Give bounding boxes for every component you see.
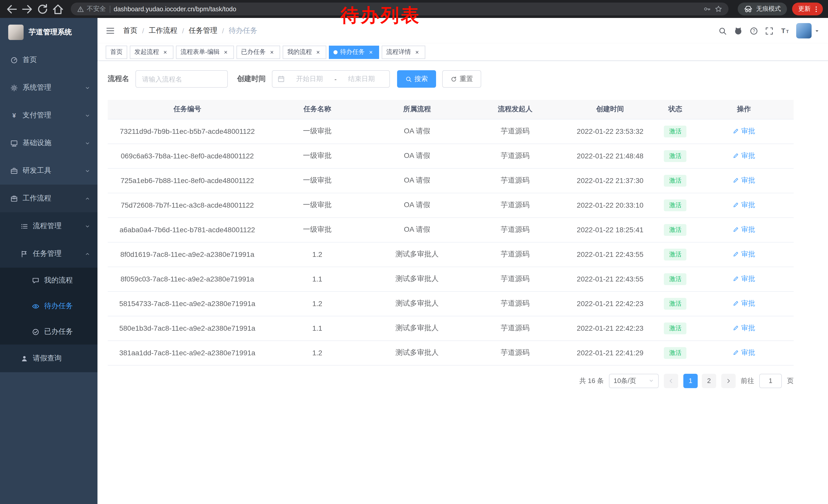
- breadcrumb-workflow[interactable]: 工作流程: [149, 26, 177, 35]
- chrome-update-button[interactable]: 更新: [792, 3, 823, 15]
- breadcrumb-current: 待办任务: [229, 26, 257, 35]
- chevron-down-icon: [85, 168, 90, 174]
- pen-icon: [733, 325, 739, 331]
- tab-6[interactable]: 流程详情×: [382, 45, 425, 59]
- hamburger-icon[interactable]: [106, 26, 115, 35]
- status-cell: 激活: [656, 316, 694, 340]
- dots-vertical-icon[interactable]: [813, 5, 820, 12]
- sidebar-item-devtools[interactable]: 研发工具: [0, 157, 97, 185]
- process-cell: 测试多审批人: [368, 242, 466, 267]
- sidebar-item-workflow[interactable]: 工作流程: [0, 185, 97, 212]
- home-icon[interactable]: [51, 2, 65, 16]
- status-cell: 激活: [656, 144, 694, 168]
- app-title: 芋道管理系统: [29, 28, 72, 37]
- tab-4[interactable]: 我的流程×: [283, 45, 326, 59]
- approve-link[interactable]: 审批: [733, 324, 755, 333]
- status-cell: 激活: [656, 340, 694, 365]
- sidebar-item-home[interactable]: 首页: [0, 46, 97, 74]
- fontsize-icon[interactable]: TT: [780, 26, 790, 35]
- approve-link[interactable]: 审批: [733, 176, 755, 185]
- fullscreen-icon[interactable]: [765, 27, 774, 35]
- arrow-left-icon: [668, 378, 674, 384]
- task-name-cell: 1.2: [267, 242, 368, 267]
- approve-link[interactable]: 审批: [733, 299, 755, 308]
- sidebar-item-done-task[interactable]: 已办任务: [0, 319, 97, 345]
- active-dot: [333, 50, 338, 54]
- briefcase-icon: [10, 194, 18, 202]
- end-date-placeholder: 结束日期: [339, 74, 384, 84]
- sidebar-item-system[interactable]: 系统管理: [0, 74, 97, 101]
- refresh-icon[interactable]: [36, 2, 49, 16]
- goto-page-input[interactable]: [759, 373, 782, 388]
- reset-button[interactable]: 重置: [442, 70, 481, 88]
- page-size-select[interactable]: 10条/页: [609, 373, 659, 388]
- initiator-cell: 芋道源码: [466, 242, 564, 267]
- sidebar-item-task-mgmt[interactable]: 任务管理: [0, 240, 97, 268]
- security-label: 不安全: [87, 5, 106, 13]
- question-icon[interactable]: ?: [749, 27, 758, 35]
- browser-chrome: 不安全 dashboard.yudao.iocoder.cn/bpm/task/…: [0, 0, 828, 18]
- search-button[interactable]: 搜索: [397, 70, 436, 88]
- app-logo[interactable]: 芋道管理系统: [0, 18, 97, 46]
- warning-icon: [77, 5, 84, 12]
- task-name-cell: 1.1: [267, 316, 368, 340]
- incognito-badge: 无痕模式: [738, 3, 787, 15]
- sidebar-item-my-process[interactable]: 我的流程: [0, 268, 97, 293]
- tab-0[interactable]: 首页: [106, 45, 127, 59]
- page-2-button[interactable]: 2: [702, 373, 716, 388]
- tab-5[interactable]: 待办任务×: [329, 45, 379, 59]
- sidebar-item-process-mgmt[interactable]: 流程管理: [0, 212, 97, 240]
- approve-link[interactable]: 审批: [733, 348, 755, 357]
- breadcrumb-home[interactable]: 首页: [123, 26, 137, 35]
- screen: 不安全 dashboard.yudao.iocoder.cn/bpm/task/…: [0, 0, 828, 504]
- sidebar-item-leave-query[interactable]: 请假查询: [0, 345, 97, 372]
- close-icon[interactable]: ×: [367, 48, 374, 56]
- close-icon[interactable]: ×: [315, 48, 322, 56]
- key-icon[interactable]: [703, 5, 711, 13]
- security-chip[interactable]: 不安全: [77, 5, 106, 13]
- tab-3[interactable]: 已办任务×: [237, 45, 280, 59]
- process-cell: 测试多审批人: [368, 316, 466, 340]
- approve-link[interactable]: 审批: [733, 200, 755, 210]
- status-badge: 激活: [664, 297, 687, 310]
- breadcrumb-task-mgmt[interactable]: 任务管理: [189, 26, 217, 35]
- dashboard-icon: [10, 56, 18, 64]
- approve-link[interactable]: 审批: [733, 250, 755, 259]
- close-icon[interactable]: ×: [268, 48, 276, 56]
- page-1-button[interactable]: 1: [683, 373, 698, 388]
- approve-link[interactable]: 审批: [733, 151, 755, 161]
- tab-label: 流程表单-编辑: [180, 48, 219, 56]
- approve-link[interactable]: 审批: [733, 127, 755, 136]
- sidebar-item-todo-task[interactable]: 待办任务: [0, 293, 97, 319]
- pen-icon: [733, 128, 739, 135]
- logo-image: [8, 25, 24, 40]
- prev-page-button[interactable]: [664, 373, 678, 388]
- pen-icon: [733, 177, 739, 184]
- table-row: 58154733-7ac8-11ec-a9e2-a2380e71991a1.2测…: [108, 291, 794, 316]
- date-range-picker[interactable]: 开始日期 - 结束日期: [272, 70, 390, 88]
- back-icon[interactable]: [5, 2, 18, 16]
- tab-1[interactable]: 发起流程×: [130, 45, 173, 59]
- task-id-cell: 8f059c03-7ac8-11ec-a9e2-a2380e71991a: [108, 267, 267, 291]
- user-menu[interactable]: [796, 23, 820, 39]
- next-page-button[interactable]: [721, 373, 736, 388]
- process-name-input[interactable]: [135, 70, 228, 88]
- approve-link[interactable]: 审批: [733, 225, 755, 234]
- forward-icon[interactable]: [20, 2, 34, 16]
- search-icon[interactable]: [718, 27, 727, 35]
- star-icon[interactable]: [715, 5, 722, 13]
- close-icon[interactable]: ×: [162, 48, 169, 56]
- github-icon[interactable]: [734, 26, 743, 35]
- app-frame: 芋道管理系统 首页系统管理¥支付管理基础设施研发工具工作流程流程管理任务管理我的…: [0, 18, 828, 504]
- sidebar-item-payment[interactable]: ¥支付管理: [0, 101, 97, 129]
- sidebar-item-infra[interactable]: 基础设施: [0, 129, 97, 157]
- created-cell: 2022-01-22 18:25:41: [564, 217, 656, 242]
- approve-link[interactable]: 审批: [733, 274, 755, 283]
- initiator-cell: 芋道源码: [466, 119, 564, 144]
- close-icon[interactable]: ×: [413, 48, 421, 56]
- address-bar[interactable]: 不安全 dashboard.yudao.iocoder.cn/bpm/task/…: [71, 3, 729, 15]
- status-badge: 激活: [664, 322, 687, 334]
- tab-2[interactable]: 流程表单-编辑×: [176, 45, 234, 59]
- close-icon[interactable]: ×: [222, 48, 229, 56]
- sidebar-item-label: 待办任务: [44, 302, 90, 311]
